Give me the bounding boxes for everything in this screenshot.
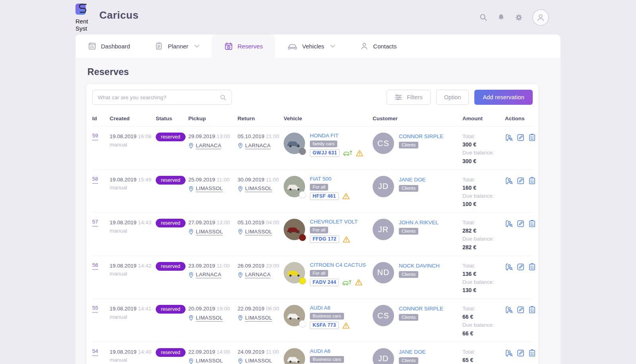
filters-button[interactable]: Filters [387, 90, 430, 105]
warning-icon[interactable] [356, 150, 363, 157]
col-header-customer[interactable]: Customer [373, 116, 462, 121]
car-service-icon[interactable] [343, 150, 352, 156]
pickup-location-link[interactable]: LIMASSOL [196, 358, 223, 364]
pickup-date: 27.09.2019 [188, 220, 215, 225]
rentsyst-logo[interactable]: Rent Syst [75, 4, 90, 31]
edit-reservation-icon[interactable] [516, 133, 525, 142]
car-service-icon[interactable] [342, 279, 352, 286]
edit-reservation-icon[interactable] [516, 306, 525, 314]
pickup-location-link[interactable]: LARNACA [196, 143, 221, 149]
return-location-link[interactable]: LIMASSOL [245, 229, 272, 235]
nav-item-reserves[interactable]: Reserves [212, 35, 275, 58]
customer-avatar[interactable]: JR [373, 219, 394, 240]
return-location-link[interactable]: LARNACA [245, 143, 271, 149]
vehicle-name-link[interactable]: AUDI A6 [310, 348, 331, 354]
customer-name-link[interactable]: JANE DOE [399, 177, 426, 183]
vehicle-name-link[interactable]: CHEVROLET VOLT [310, 219, 358, 225]
add-reservation-button[interactable]: Add reservation [474, 90, 533, 105]
vehicle-name-link[interactable]: FIAT 500 [310, 176, 331, 182]
vehicle-photo[interactable] [284, 176, 305, 197]
reservation-report-icon[interactable] [528, 133, 536, 142]
car-search-input[interactable] [98, 94, 220, 100]
customer-initials: CS [377, 139, 389, 148]
pickup-location-link[interactable]: LIMASSOL [196, 229, 223, 235]
option-button[interactable]: Option [436, 90, 469, 105]
reservation-id-link[interactable]: 54 [92, 348, 98, 356]
col-header-created[interactable]: Created [110, 116, 156, 121]
edit-reservation-icon[interactable] [516, 177, 525, 185]
col-header-status[interactable]: Status [156, 116, 188, 121]
view-reservation-icon[interactable] [505, 177, 513, 185]
customer-name-link[interactable]: CONNOR SIRPLE [399, 133, 443, 139]
view-reservation-icon[interactable] [505, 263, 513, 271]
return-location-link[interactable]: LIMASSOL [245, 185, 272, 192]
view-reservation-icon[interactable] [505, 306, 513, 314]
user-avatar[interactable] [532, 9, 549, 26]
amount-total-label: Total: [462, 348, 505, 356]
cell-customer: JR JOHN A RIKVEL Clients [373, 219, 462, 252]
reservation-id-link[interactable]: 58 [92, 176, 98, 184]
reservation-report-icon[interactable] [528, 220, 536, 228]
reservation-report-icon[interactable] [528, 349, 536, 357]
pickup-location-link[interactable]: LIMASSOL [196, 315, 223, 322]
warning-icon[interactable] [342, 322, 350, 329]
customer-name-link[interactable]: CONNOR SIRPLE [399, 306, 443, 312]
reservation-report-icon[interactable] [528, 177, 536, 185]
vehicle-photo[interactable] [284, 262, 305, 283]
view-reservation-icon[interactable] [505, 220, 513, 228]
reservation-report-icon[interactable] [528, 263, 536, 271]
search-icon[interactable] [220, 94, 226, 101]
warning-icon[interactable] [355, 279, 363, 286]
reservation-id-link[interactable]: 56 [92, 262, 98, 270]
col-header-vehicle[interactable]: Vehicle [284, 116, 373, 121]
view-reservation-icon[interactable] [505, 133, 513, 142]
customer-name-link[interactable]: NOCK DAVINCH [399, 263, 440, 269]
col-header-id[interactable]: Id [92, 116, 110, 121]
vehicle-photo[interactable] [284, 305, 305, 326]
customer-avatar[interactable]: JD [373, 176, 394, 197]
customer-avatar[interactable]: CS [373, 133, 394, 154]
nav-label-contacts: Contacts [373, 43, 396, 50]
nav-item-planner[interactable]: Planner [142, 35, 212, 58]
col-header-return[interactable]: Return [238, 116, 284, 121]
col-header-pickup[interactable]: Pickup [188, 116, 238, 121]
vehicle-photo[interactable] [284, 219, 305, 240]
customer-group-badge: Clients [399, 228, 418, 235]
created-time: 14:41 [138, 306, 151, 312]
edit-reservation-icon[interactable] [516, 263, 525, 271]
customer-name-link[interactable]: JOHN A RIKVEL [399, 220, 439, 225]
view-reservation-icon[interactable] [505, 349, 513, 357]
vehicle-name-link[interactable]: AUDI A6 [310, 305, 331, 311]
customer-avatar[interactable]: CS [373, 305, 394, 326]
created-by: manual [110, 270, 156, 278]
return-location-link[interactable]: LIMASSOL [245, 315, 272, 322]
pickup-location-link[interactable]: LIMASSOL [196, 185, 223, 192]
nav-item-dashboard[interactable]: Dashboard [75, 35, 142, 58]
bell-icon[interactable] [497, 13, 505, 22]
gear-icon[interactable] [514, 13, 523, 22]
customer-avatar[interactable]: ND [373, 262, 394, 283]
nav-item-vehicles[interactable]: Vehicles [275, 35, 348, 58]
reservation-id-link[interactable]: 55 [92, 305, 98, 313]
vehicle-photo[interactable] [284, 348, 305, 364]
nav-item-contacts[interactable]: Contacts [348, 35, 409, 58]
warning-icon[interactable] [342, 236, 350, 243]
amount-total-label: Total: [462, 133, 505, 141]
cell-id: 57 [92, 219, 110, 252]
customer-name-link[interactable]: JANE DOE [399, 349, 426, 355]
edit-reservation-icon[interactable] [516, 349, 525, 357]
return-location-link[interactable]: LIMASSOL [245, 358, 272, 364]
vehicle-name-link[interactable]: HONDA FIT [310, 133, 338, 139]
return-location-link[interactable]: LARNACA [245, 272, 271, 278]
reservation-id-link[interactable]: 57 [92, 219, 98, 227]
vehicle-name-link[interactable]: CITROEN C4 CACTUS [310, 262, 366, 268]
reservation-report-icon[interactable] [528, 306, 536, 314]
warning-icon[interactable] [342, 193, 350, 200]
pickup-location-link[interactable]: LARNACA [196, 272, 221, 278]
search-icon[interactable] [479, 13, 487, 22]
reservation-id-link[interactable]: 59 [92, 133, 98, 141]
edit-reservation-icon[interactable] [516, 220, 525, 228]
col-header-amount[interactable]: Amount [462, 116, 505, 121]
customer-avatar[interactable]: JD [373, 348, 394, 364]
vehicle-photo[interactable] [284, 133, 305, 154]
